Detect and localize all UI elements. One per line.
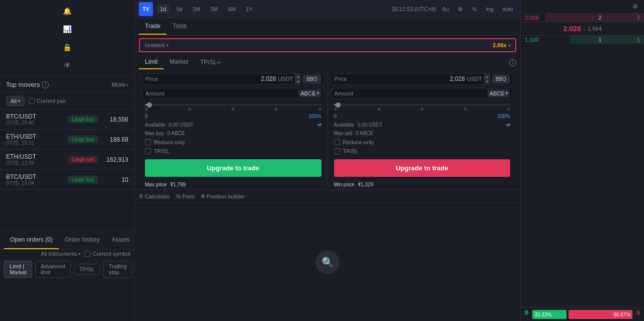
info-btn[interactable]: i — [509, 59, 516, 66]
mover-value: 162,913 — [103, 156, 128, 163]
current-symbol-checkbox[interactable] — [85, 251, 91, 257]
subtab-trailing-stop[interactable]: Trailing stop — [103, 261, 132, 278]
orderbook-sell-row[interactable]: 2.028 2 2 — [521, 14, 644, 22]
current-pair-check[interactable]: Current pair — [29, 98, 66, 104]
fees-btn[interactable]: % Fees — [176, 193, 195, 199]
sell-amount-zero: 0 — [334, 114, 337, 119]
sell-tpsl-row: TP/SL — [331, 148, 514, 154]
margin-left: Isolated ▾ — [145, 42, 169, 48]
order-info-icon: i — [509, 59, 516, 66]
ob-buy-bar-full: 33.33% — [532, 310, 567, 319]
buy-reduce-only-row: Reduce-only — [142, 139, 325, 145]
sell-price-up[interactable]: ▲ — [484, 74, 490, 79]
order-type-limit[interactable]: Limit — [139, 55, 164, 69]
buy-slider-ticks — [145, 108, 321, 111]
buy-amount-input[interactable]: Amount ABCE ▾ — [142, 88, 325, 99]
sell-available-label-text: Available — [334, 122, 354, 128]
subtab-advanced-limit[interactable]: Advanced limit — [35, 261, 71, 278]
orderbook-buy-row[interactable]: 1.100 1 1 — [521, 36, 644, 44]
subtab-advanced-limit-label: Advanced limit — [41, 263, 65, 275]
sell-reduce-only-checkbox[interactable] — [334, 139, 340, 145]
subtab-limit-market[interactable]: Limit | Market — [4, 261, 32, 278]
buy-price-input[interactable]: Price 2.028 USDT ▲ ▼ BBO — [142, 73, 325, 85]
sell-slider[interactable] — [331, 102, 514, 111]
ob-spacer — [521, 44, 644, 307]
order-type-tpsl[interactable]: TP/SL ▾ — [194, 56, 226, 69]
order-type-market[interactable]: Market — [164, 55, 194, 69]
buy-currency-select[interactable]: ABCE ▾ — [299, 89, 321, 97]
mover-item-eth-2[interactable]: ETH/USDT 07/25, 13:38 Large sell 162,913 — [0, 150, 134, 170]
buy-price-up[interactable]: ▲ — [295, 74, 301, 79]
calculator-btn[interactable]: ⊘ Calculator — [139, 193, 170, 199]
more-link[interactable]: More › — [112, 81, 128, 88]
trade-tab[interactable]: Trade — [139, 19, 167, 35]
buy-available-label: Available 0.00 USDT — [145, 122, 194, 128]
mover-item-btc-1[interactable]: BTC/USDT 07/25, 15:40 Large buy 18,556 — [0, 110, 134, 130]
buy-bbo-btn[interactable]: BBO — [303, 75, 320, 83]
right-panel: ⚙ 2.028 2 2 2.028 ↓ 1.564 1.100 1 1 B 33… — [521, 0, 644, 321]
all-filter-btn[interactable]: All ▾ — [6, 96, 25, 106]
sell-min-price-info: Min price ₮1,329 — [331, 182, 514, 187]
sell-slider-thumb[interactable] — [336, 102, 341, 108]
buy-slider-thumb[interactable] — [147, 102, 152, 108]
bell-icon[interactable]: 🔔 — [60, 4, 74, 18]
lock-icon[interactable]: 🔒 — [60, 40, 74, 54]
chevron-right-icon: › — [126, 81, 128, 88]
tv-logo: TV — [139, 2, 153, 16]
tab-open-orders[interactable]: Open orders (0) — [4, 231, 59, 249]
current-pair-checkbox[interactable] — [29, 98, 35, 104]
timeframe-3m[interactable]: 3M — [207, 5, 221, 14]
subtab-row: Limit | Market Advanced limit TP/SL Trai… — [0, 258, 134, 281]
tick-50 — [231, 108, 234, 111]
mover-item-eth-1[interactable]: ETH/USDT 07/25, 15:21 Large buy 188.68 — [0, 130, 134, 150]
mover-pair-name: ETH/USDT — [6, 133, 68, 140]
sell-price-input[interactable]: Price 2.028 USDT ▲ ▼ BBO — [331, 73, 514, 85]
timeframe-6m[interactable]: 6M — [225, 5, 238, 14]
auto2-btn[interactable]: auto — [500, 5, 516, 14]
position-builder-btn[interactable]: ⊕ Position builder — [201, 193, 245, 199]
sell-tpsl-checkbox[interactable] — [334, 148, 340, 154]
buy-price-value: 2.028 — [261, 75, 276, 82]
ob-settings-btn[interactable]: ⚙ — [630, 2, 640, 11]
max-sell-label: Max sell — [334, 131, 353, 136]
tools-tab[interactable]: Tools — [167, 19, 193, 35]
buy-upgrade-btn[interactable]: Upgrade to trade — [145, 159, 321, 177]
buy-slider[interactable] — [142, 102, 325, 111]
timeframe-1d[interactable]: 1d — [157, 5, 169, 14]
sell-info-row: 0 100% — [331, 114, 514, 119]
sell-amount-input[interactable]: Amount ABCE ▾ — [331, 88, 514, 99]
max-buy-label: Max buy — [145, 131, 164, 136]
sell-upgrade-btn[interactable]: Upgrade to trade — [334, 159, 511, 177]
settings-icon-btn[interactable]: ⚙ — [455, 5, 466, 14]
timeframe-1y[interactable]: 1Y — [243, 5, 255, 14]
sell-currency-select[interactable]: ABCE ▾ — [488, 89, 510, 97]
margin-bar[interactable]: Isolated ▾ 2.00x › — [139, 38, 516, 52]
eye-icon[interactable]: 👁 — [60, 58, 74, 72]
pct-btn[interactable]: % — [469, 5, 480, 14]
tab-order-history[interactable]: Order history — [59, 231, 106, 249]
buy-price-down[interactable]: ▼ — [295, 79, 301, 84]
timeframe-5d[interactable]: 5d — [173, 5, 185, 14]
subtab-tpsl[interactable]: TP/SL — [74, 264, 101, 275]
instruments-row: All instruments ▾ Current symbol — [0, 249, 134, 258]
available-value: 0.00 USDT — [169, 122, 193, 128]
buy-reduce-only-checkbox[interactable] — [145, 139, 151, 145]
trade-tools-tabs: Trade Tools — [135, 19, 520, 35]
mover-badge: Large sell — [68, 156, 98, 163]
sell-bbo-btn[interactable]: BBO — [492, 75, 510, 83]
log-btn[interactable]: log — [483, 5, 497, 14]
chart-icon[interactable]: 📊 — [60, 22, 74, 36]
mover-badge: Large buy — [68, 136, 98, 143]
tab-assets[interactable]: Assets — [106, 231, 136, 249]
buy-price-spin[interactable]: ▲ ▼ — [295, 74, 301, 84]
chart-toolbar: TV 1d 5d 1M 3M 6M 1Y 16:11:53 (UTC+8) Au… — [135, 0, 520, 19]
buy-tpsl-checkbox[interactable] — [145, 148, 151, 154]
mover-item-btc-2[interactable]: BTC/USDT 07/25, 13:04 Large buy 10 — [0, 170, 134, 190]
buy-tpsl-row: TP/SL — [142, 148, 325, 154]
sell-price-spin[interactable]: ▲ ▼ — [484, 74, 490, 84]
current-symbol-check[interactable]: Current symbol — [85, 251, 130, 257]
auto-btn[interactable]: Au — [439, 5, 452, 14]
timeframe-1m[interactable]: 1M — [190, 5, 203, 14]
all-instruments-dropdown[interactable]: All instruments ▾ — [41, 251, 80, 257]
sell-price-down[interactable]: ▼ — [484, 79, 490, 84]
